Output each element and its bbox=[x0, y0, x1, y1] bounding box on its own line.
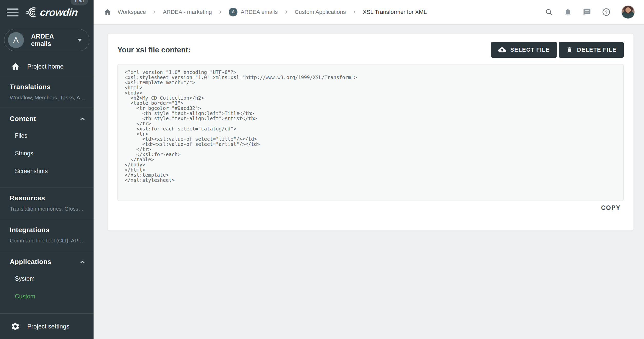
breadcrumb-project-label: ARDEA emails bbox=[241, 9, 278, 15]
select-file-button[interactable]: SELECT FILE bbox=[491, 42, 557, 58]
gear-icon bbox=[11, 322, 20, 331]
section-title: Content bbox=[10, 115, 36, 123]
hamburger-menu-icon[interactable] bbox=[7, 6, 19, 18]
page-body: Your xsl file content: SELECT FILE DELET… bbox=[94, 25, 644, 339]
breadcrumb-home-icon[interactable] bbox=[104, 8, 112, 16]
sidebar-item-screenshots[interactable]: Screenshots bbox=[10, 162, 86, 180]
breadcrumb-current-page: XSL Transformer for XML bbox=[363, 9, 427, 15]
crowdin-logo[interactable]: crowdin beta bbox=[24, 7, 78, 18]
project-avatar: A bbox=[8, 32, 24, 48]
card-header: Your xsl file content: SELECT FILE DELET… bbox=[117, 42, 624, 58]
section-subtitle: Translation memories, Glossari… bbox=[10, 206, 86, 212]
xsl-code-textarea[interactable]: <?xml version="1.0" encoding="UTF-8"?> <… bbox=[117, 64, 624, 201]
sidebar-item-label: Project home bbox=[27, 63, 63, 70]
sidebar-item-custom[interactable]: Custom bbox=[10, 288, 86, 305]
breadcrumb: Workspace ARDEA - marketing A ARDEA emai… bbox=[104, 8, 545, 16]
chevron-right-icon bbox=[352, 10, 357, 14]
sidebar-section-content: Content Files Strings Screenshots bbox=[0, 108, 94, 187]
copy-button[interactable]: COPY bbox=[601, 204, 621, 211]
section-applications-toggle[interactable]: Applications bbox=[10, 258, 86, 266]
sidebar-item-strings[interactable]: Strings bbox=[10, 145, 86, 162]
section-title: Integrations bbox=[10, 226, 50, 234]
section-subtitle: Workflow, Members, Tasks, Act… bbox=[10, 95, 86, 101]
main-column: Workspace ARDEA - marketing A ARDEA emai… bbox=[94, 0, 644, 339]
sidebar-item-project-home[interactable]: Project home bbox=[0, 57, 94, 76]
sidebar-item-system[interactable]: System bbox=[10, 270, 86, 288]
section-title: Applications bbox=[10, 258, 51, 266]
chat-icon[interactable] bbox=[583, 8, 591, 16]
delete-file-label: DELETE FILE bbox=[577, 46, 617, 53]
section-subtitle: Command line tool (CLI), API, A… bbox=[10, 238, 86, 244]
chevron-right-icon bbox=[284, 10, 289, 14]
sidebar-section-integrations[interactable]: Integrations Command line tool (CLI), AP… bbox=[0, 219, 94, 251]
sidebar-header: crowdin beta bbox=[0, 0, 94, 25]
breadcrumb-project[interactable]: A ARDEA emails bbox=[229, 8, 278, 16]
search-icon[interactable] bbox=[545, 8, 553, 16]
breadcrumb-custom-applications[interactable]: Custom Applications bbox=[295, 9, 346, 15]
section-content-toggle[interactable]: Content bbox=[10, 115, 86, 123]
project-selector-name: ARDEA emails bbox=[31, 33, 70, 48]
breadcrumb-organization[interactable]: ARDEA - marketing bbox=[163, 9, 212, 15]
help-icon[interactable]: ? bbox=[602, 8, 611, 16]
topbar: Workspace ARDEA - marketing A ARDEA emai… bbox=[94, 0, 644, 25]
delete-file-button[interactable]: DELETE FILE bbox=[559, 42, 624, 58]
sidebar-item-files[interactable]: Files bbox=[10, 127, 86, 145]
section-title: Resources bbox=[10, 194, 45, 202]
cloud-upload-icon bbox=[498, 46, 506, 54]
project-avatar: A bbox=[229, 8, 237, 16]
sidebar-section-resources[interactable]: Resources Translation memories, Glossari… bbox=[0, 187, 94, 219]
sidebar: crowdin beta A ARDEA emails Project home… bbox=[0, 0, 94, 339]
sidebar-item-label: Project settings bbox=[27, 323, 69, 330]
trash-icon bbox=[566, 46, 573, 53]
chevron-up-icon bbox=[79, 116, 86, 122]
sidebar-item-project-settings[interactable]: Project settings bbox=[0, 313, 94, 339]
crowdin-shell-icon bbox=[24, 7, 38, 18]
copy-row: COPY bbox=[117, 204, 624, 211]
crowdin-wordmark: crowdin bbox=[40, 7, 78, 18]
bell-icon[interactable] bbox=[564, 8, 572, 16]
chevron-up-icon bbox=[79, 259, 86, 265]
xsl-file-card: Your xsl file content: SELECT FILE DELET… bbox=[107, 33, 634, 231]
page-title: Your xsl file content: bbox=[117, 46, 191, 54]
select-file-label: SELECT FILE bbox=[510, 46, 550, 53]
sidebar-section-translations[interactable]: Translations Workflow, Members, Tasks, A… bbox=[0, 76, 94, 108]
chevron-right-icon bbox=[152, 10, 157, 14]
breadcrumb-workspace[interactable]: Workspace bbox=[118, 9, 146, 15]
beta-badge: beta bbox=[71, 0, 88, 5]
home-icon bbox=[11, 62, 20, 71]
svg-text:?: ? bbox=[605, 10, 608, 15]
file-actions: SELECT FILE DELETE FILE bbox=[491, 42, 624, 58]
topbar-actions: ? bbox=[545, 5, 635, 19]
user-avatar[interactable] bbox=[621, 5, 635, 19]
section-title: Translations bbox=[10, 83, 51, 91]
chevron-right-icon bbox=[218, 10, 223, 14]
sidebar-section-applications: Applications System Custom bbox=[0, 251, 94, 313]
project-selector[interactable]: A ARDEA emails bbox=[4, 29, 89, 51]
caret-down-icon bbox=[77, 39, 82, 42]
